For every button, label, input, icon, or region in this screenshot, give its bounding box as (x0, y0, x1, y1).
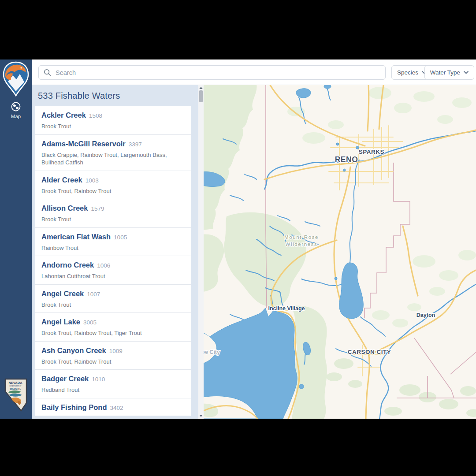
label-carson-city: CARSON CITY (348, 349, 391, 355)
water-name: Angel Creek (41, 290, 84, 298)
search-input[interactable] (56, 69, 381, 76)
svg-text:WILDLIFE: WILDLIFE (10, 387, 21, 390)
scroll-thumb[interactable] (199, 90, 203, 102)
water-id: 1579 (91, 205, 104, 212)
water-card[interactable]: Badger Creek1010 Redband Trout (35, 370, 191, 398)
water-id: 1003 (86, 177, 99, 184)
search-icon (43, 68, 52, 77)
water-title-row: Allison Creek1579 (41, 204, 185, 212)
label-wilderness: Wilderness (286, 242, 318, 247)
water-name: Adams-McGill Reservoir (41, 140, 126, 148)
app-logo[interactable] (2, 61, 30, 97)
water-card[interactable]: Adams-McGill Reservoir3397 Black Crappie… (35, 135, 191, 171)
water-id: 3402 (110, 405, 123, 411)
water-title-row: Alder Creek1003 (41, 176, 185, 184)
water-species: Brook Trout, Rainbow Trout (41, 187, 185, 195)
map-label: Map (0, 114, 32, 119)
water-title-row: Adams-McGill Reservoir3397 (41, 140, 185, 148)
nevada-badge-icon: NEVADA DEPARTMENT OF WILDLIFE (4, 378, 27, 413)
water-title-row: Ash Canyon Creek1009 (41, 346, 185, 355)
app-frame: Map NEVADA DEPARTMENT OF WILDLIFE (0, 60, 476, 419)
water-title-row: Badger Creek1010 (41, 375, 185, 383)
water-title-row: Angel Creek1007 (41, 290, 185, 298)
map-area[interactable]: Mount Rose Wilderness Tahoe City SPARKS … (204, 85, 476, 419)
water-type-dropdown-label: Water Type (430, 69, 460, 76)
water-card[interactable]: Ash Canyon Creek1009 Brook Trout, Rainbo… (35, 342, 191, 370)
water-name: Angel Lake (41, 318, 80, 326)
water-name: American Flat Wash (41, 233, 111, 241)
chevron-down-icon (464, 71, 469, 74)
water-name: Ash Canyon Creek (41, 346, 106, 354)
water-id: 1508 (89, 112, 102, 119)
water-title-row: Ackler Creek1508 (41, 111, 185, 119)
water-species: Lahontan Cutthroat Trout (41, 272, 185, 280)
water-title-row: Angel Lake3005 (41, 318, 185, 326)
water-name: Andorno Creek (41, 261, 94, 269)
water-type-dropdown[interactable]: Water Type (424, 65, 474, 80)
water-id: 1005 (114, 234, 127, 241)
scroll-down-arrow-icon[interactable] (199, 415, 203, 417)
sidebar-item-map[interactable]: Map (0, 101, 32, 119)
water-id: 3005 (83, 319, 97, 326)
water-name: Badger Creek (41, 375, 89, 383)
svg-text:DEPARTMENT OF: DEPARTMENT OF (10, 385, 22, 387)
water-id: 1009 (109, 348, 123, 354)
water-card[interactable]: Angel Lake3005 Brook Trout, Rainbow Trou… (35, 313, 191, 342)
water-species: Redband Trout (41, 386, 185, 394)
label-mount-rose: Mount Rose (284, 234, 319, 240)
water-card[interactable]: American Flat Wash1005 Rainbow Trout (35, 228, 191, 257)
svg-text:NEVADA: NEVADA (8, 381, 22, 385)
globe-icon (10, 101, 22, 112)
sidebar: Map NEVADA DEPARTMENT OF WILDLIFE (0, 60, 32, 419)
water-card[interactable]: Baily Fishing Pond3402 (35, 398, 191, 416)
label-dayton: Dayton (416, 312, 435, 318)
water-title-row: Baily Fishing Pond3402 (41, 403, 185, 412)
map-canvas: Mount Rose Wilderness Tahoe City SPARKS … (204, 85, 476, 419)
label-tahoe-city: Tahoe City (204, 349, 220, 355)
water-card[interactable]: Angel Creek1007 Brook Trout (35, 285, 191, 313)
water-name: Ackler Creek (41, 111, 86, 119)
list-title: 533 Fishable Waters (32, 85, 204, 105)
water-card[interactable]: Allison Creek1579 Brook Trout (35, 199, 191, 228)
list-panel: 533 Fishable Waters Ackler Creek1508 Bro… (32, 85, 204, 419)
header: Species Water Type (32, 60, 476, 85)
water-id: 1007 (87, 291, 100, 298)
water-id: 3397 (129, 141, 142, 148)
ndow-badge: NEVADA DEPARTMENT OF WILDLIFE (4, 378, 27, 413)
label-incline-village: Incline Village (268, 305, 305, 312)
water-card[interactable]: Alder Creek1003 Brook Trout, Rainbow Tro… (35, 171, 191, 200)
water-card[interactable]: Ackler Creek1508 Brook Trout (35, 106, 191, 135)
search-box[interactable] (38, 65, 386, 80)
water-title-row: Andorno Creek1006 (41, 261, 185, 269)
water-species: Brook Trout (41, 123, 185, 130)
water-card[interactable]: Andorno Creek1006 Lahontan Cutthroat Tro… (35, 256, 191, 285)
list-scrollbar[interactable] (198, 85, 204, 419)
water-name: Allison Creek (41, 204, 88, 212)
water-name: Baily Fishing Pond (41, 403, 107, 411)
water-species: Brook Trout, Rainbow Trout (41, 358, 185, 366)
water-species: Black Crappie, Rainbow Trout, Largemouth… (41, 151, 185, 167)
water-name: Alder Creek (41, 176, 82, 184)
water-id: 1006 (97, 262, 110, 269)
species-dropdown-label: Species (397, 69, 418, 76)
water-id: 1010 (92, 376, 105, 383)
label-sparks: SPARKS (359, 149, 384, 155)
water-species: Rainbow Trout (41, 244, 185, 252)
label-reno: RENO (335, 155, 358, 164)
scroll-up-arrow-icon[interactable] (199, 87, 203, 89)
water-species: Brook Trout (41, 301, 185, 309)
fish-pin-icon (2, 61, 30, 97)
waters-list: Ackler Creek1508 Brook Trout Adams-McGil… (35, 106, 191, 416)
water-species: Brook Trout (41, 216, 185, 223)
water-title-row: American Flat Wash1005 (41, 233, 185, 241)
water-species: Brook Trout, Rainbow Trout, Tiger Trout (41, 329, 185, 337)
